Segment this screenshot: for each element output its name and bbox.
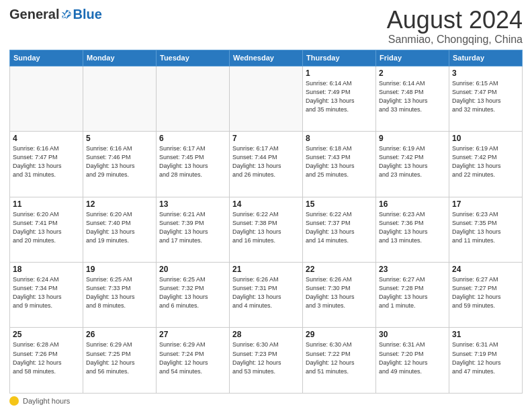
calendar-cell: 29Sunrise: 6:30 AMSunset: 7:22 PMDayligh… — [303, 328, 376, 394]
page: General Blue August 2024 Sanmiao, Chongq… — [0, 0, 532, 411]
calendar-cell: 2Sunrise: 6:14 AMSunset: 7:48 PMDaylight… — [376, 66, 449, 131]
day-number: 11 — [13, 199, 80, 209]
day-number: 2 — [379, 68, 446, 78]
day-info: Sunrise: 6:22 AMSunset: 7:38 PMDaylight:… — [232, 210, 300, 245]
day-info: Sunrise: 6:17 AMSunset: 7:44 PMDaylight:… — [232, 144, 300, 179]
day-number: 28 — [232, 330, 300, 339]
calendar-week-row: 25Sunrise: 6:28 AMSunset: 7:26 PMDayligh… — [10, 328, 523, 394]
day-number: 17 — [452, 199, 519, 209]
day-number: 20 — [159, 265, 226, 274]
calendar-cell: 15Sunrise: 6:22 AMSunset: 7:37 PMDayligh… — [303, 197, 376, 262]
day-number: 31 — [452, 330, 519, 339]
day-number: 9 — [379, 134, 446, 143]
day-info: Sunrise: 6:17 AMSunset: 7:45 PMDaylight:… — [159, 144, 226, 179]
calendar-cell — [83, 66, 157, 131]
calendar-cell: 3Sunrise: 6:15 AMSunset: 7:47 PMDaylight… — [449, 66, 523, 131]
day-info: Sunrise: 6:20 AMSunset: 7:41 PMDaylight:… — [13, 210, 80, 245]
calendar-cell: 9Sunrise: 6:19 AMSunset: 7:42 PMDaylight… — [376, 132, 449, 197]
day-number: 15 — [306, 199, 373, 209]
day-info: Sunrise: 6:15 AMSunset: 7:47 PMDaylight:… — [452, 79, 519, 114]
col-sunday: Sunday — [10, 50, 83, 66]
day-info: Sunrise: 6:16 AMSunset: 7:46 PMDaylight:… — [86, 144, 153, 179]
footer: Daylight hours — [9, 396, 523, 406]
day-number: 29 — [306, 330, 373, 339]
logo-general: General — [9, 7, 59, 22]
calendar-cell: 7Sunrise: 6:17 AMSunset: 7:44 PMDaylight… — [230, 132, 303, 197]
calendar-cell: 27Sunrise: 6:29 AMSunset: 7:24 PMDayligh… — [157, 328, 230, 394]
day-number: 23 — [379, 265, 446, 274]
calendar-week-row: 1Sunrise: 6:14 AMSunset: 7:49 PMDaylight… — [10, 66, 523, 131]
day-info: Sunrise: 6:31 AMSunset: 7:19 PMDaylight:… — [452, 340, 519, 375]
calendar-cell — [10, 66, 83, 131]
day-info: Sunrise: 6:23 AMSunset: 7:36 PMDaylight:… — [379, 210, 446, 245]
day-number: 24 — [452, 265, 519, 274]
calendar-cell: 19Sunrise: 6:25 AMSunset: 7:33 PMDayligh… — [83, 263, 157, 328]
calendar-cell — [157, 66, 230, 131]
day-info: Sunrise: 6:14 AMSunset: 7:49 PMDaylight:… — [306, 79, 373, 114]
calendar-cell: 24Sunrise: 6:27 AMSunset: 7:27 PMDayligh… — [449, 263, 523, 328]
col-tuesday: Tuesday — [157, 50, 230, 66]
day-info: Sunrise: 6:24 AMSunset: 7:34 PMDaylight:… — [13, 275, 80, 310]
day-number: 18 — [13, 265, 80, 274]
header: General Blue August 2024 Sanmiao, Chongq… — [9, 7, 523, 46]
day-number: 16 — [379, 199, 446, 209]
calendar-cell: 21Sunrise: 6:26 AMSunset: 7:31 PMDayligh… — [230, 263, 303, 328]
location-subtitle: Sanmiao, Chongqing, China — [387, 34, 523, 46]
calendar-cell: 12Sunrise: 6:20 AMSunset: 7:40 PMDayligh… — [83, 197, 157, 262]
col-friday: Friday — [376, 50, 449, 66]
day-info: Sunrise: 6:30 AMSunset: 7:22 PMDaylight:… — [306, 340, 373, 375]
day-info: Sunrise: 6:22 AMSunset: 7:37 PMDaylight:… — [306, 210, 373, 245]
calendar-cell: 16Sunrise: 6:23 AMSunset: 7:36 PMDayligh… — [376, 197, 449, 262]
calendar-cell: 30Sunrise: 6:31 AMSunset: 7:20 PMDayligh… — [376, 328, 449, 394]
calendar-cell: 26Sunrise: 6:29 AMSunset: 7:25 PMDayligh… — [83, 328, 157, 394]
logo-blue: Blue — [73, 7, 101, 22]
day-number: 13 — [159, 199, 226, 209]
day-info: Sunrise: 6:18 AMSunset: 7:43 PMDaylight:… — [306, 144, 373, 179]
day-number: 5 — [86, 134, 153, 143]
day-info: Sunrise: 6:21 AMSunset: 7:39 PMDaylight:… — [159, 210, 226, 245]
day-info: Sunrise: 6:27 AMSunset: 7:27 PMDaylight:… — [452, 275, 519, 310]
day-number: 12 — [86, 199, 153, 209]
calendar-week-row: 11Sunrise: 6:20 AMSunset: 7:41 PMDayligh… — [10, 197, 523, 262]
col-monday: Monday — [83, 50, 157, 66]
sun-icon — [9, 396, 19, 406]
footer-label: Daylight hours — [23, 397, 70, 405]
day-info: Sunrise: 6:29 AMSunset: 7:24 PMDaylight:… — [159, 340, 226, 375]
calendar-cell: 14Sunrise: 6:22 AMSunset: 7:38 PMDayligh… — [230, 197, 303, 262]
day-info: Sunrise: 6:20 AMSunset: 7:40 PMDaylight:… — [86, 210, 153, 245]
calendar-cell: 18Sunrise: 6:24 AMSunset: 7:34 PMDayligh… — [10, 263, 83, 328]
month-title: August 2024 — [387, 7, 523, 34]
day-number: 27 — [159, 330, 226, 339]
calendar-cell: 17Sunrise: 6:23 AMSunset: 7:35 PMDayligh… — [449, 197, 523, 262]
day-info: Sunrise: 6:30 AMSunset: 7:23 PMDaylight:… — [232, 340, 300, 375]
day-number: 6 — [159, 134, 226, 143]
calendar-cell: 11Sunrise: 6:20 AMSunset: 7:41 PMDayligh… — [10, 197, 83, 262]
col-saturday: Saturday — [449, 50, 523, 66]
calendar-table: Sunday Monday Tuesday Wednesday Thursday… — [9, 50, 523, 394]
calendar-cell: 8Sunrise: 6:18 AMSunset: 7:43 PMDaylight… — [303, 132, 376, 197]
day-number: 1 — [306, 68, 373, 78]
calendar-cell: 13Sunrise: 6:21 AMSunset: 7:39 PMDayligh… — [157, 197, 230, 262]
day-info: Sunrise: 6:27 AMSunset: 7:28 PMDaylight:… — [379, 275, 446, 310]
day-number: 14 — [232, 199, 300, 209]
logo: General Blue — [9, 7, 102, 22]
calendar-cell: 23Sunrise: 6:27 AMSunset: 7:28 PMDayligh… — [376, 263, 449, 328]
calendar-cell: 25Sunrise: 6:28 AMSunset: 7:26 PMDayligh… — [10, 328, 83, 394]
calendar-cell — [230, 66, 303, 131]
day-number: 30 — [379, 330, 446, 339]
day-info: Sunrise: 6:19 AMSunset: 7:42 PMDaylight:… — [452, 144, 519, 179]
day-info: Sunrise: 6:26 AMSunset: 7:31 PMDaylight:… — [232, 275, 300, 310]
day-number: 3 — [452, 68, 519, 78]
calendar-cell: 10Sunrise: 6:19 AMSunset: 7:42 PMDayligh… — [449, 132, 523, 197]
day-number: 8 — [306, 134, 373, 143]
day-info: Sunrise: 6:14 AMSunset: 7:48 PMDaylight:… — [379, 79, 446, 114]
logo-bird-icon — [60, 9, 73, 21]
day-info: Sunrise: 6:28 AMSunset: 7:26 PMDaylight:… — [13, 340, 80, 375]
calendar-cell: 31Sunrise: 6:31 AMSunset: 7:19 PMDayligh… — [449, 328, 523, 394]
calendar-week-row: 4Sunrise: 6:16 AMSunset: 7:47 PMDaylight… — [10, 132, 523, 197]
day-number: 7 — [232, 134, 300, 143]
col-wednesday: Wednesday — [230, 50, 303, 66]
day-info: Sunrise: 6:23 AMSunset: 7:35 PMDaylight:… — [452, 210, 519, 245]
title-area: August 2024 Sanmiao, Chongqing, China — [387, 7, 523, 46]
day-info: Sunrise: 6:19 AMSunset: 7:42 PMDaylight:… — [379, 144, 446, 179]
